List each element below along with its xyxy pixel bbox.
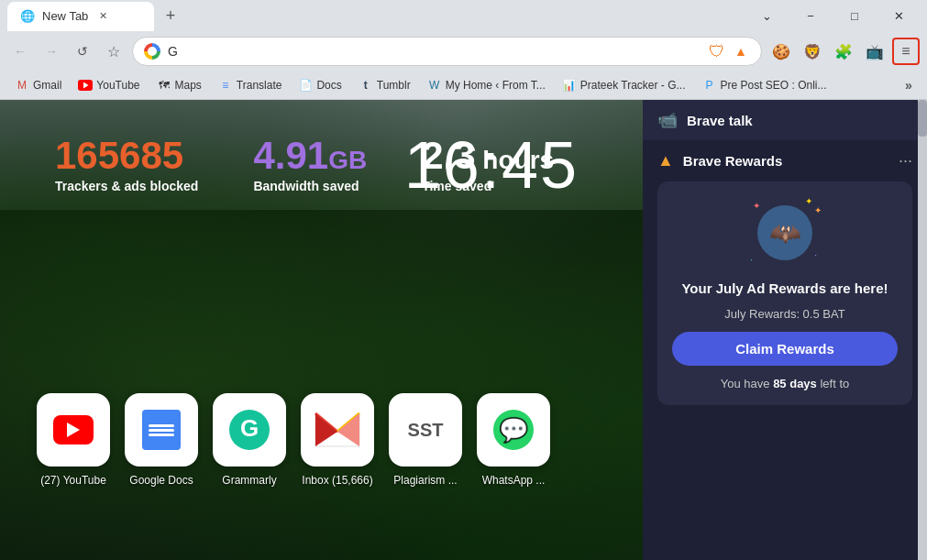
shortcut-label-plagiarism: Plagiarism ... <box>393 474 457 487</box>
forward-button[interactable]: → <box>39 38 64 64</box>
shortcut-whatsapp[interactable]: 💬 WhatsApp ... <box>477 393 550 487</box>
shortcut-icon-youtube <box>37 393 110 467</box>
bookmark-label: Pre Post SEO : Onli... <box>720 79 826 92</box>
bookmark-label: YouTube <box>96 79 139 92</box>
shortcut-icon-gdocs <box>125 393 198 467</box>
rewards-amount: July Rewards: 0.5 BAT <box>724 307 844 321</box>
rewards-header: ▲ Brave Rewards ··· <box>657 151 912 170</box>
scrollbar-thumb[interactable] <box>918 100 927 137</box>
bookmark-gmail[interactable]: M Gmail <box>7 75 69 95</box>
bookmark-maps[interactable]: 🗺 Maps <box>149 75 209 95</box>
tab-close-button[interactable]: ✕ <box>95 9 110 24</box>
bookmark-translate[interactable]: ≡ Translate <box>211 75 290 95</box>
gdocs-line <box>149 424 174 427</box>
bookmark-myhome[interactable]: W My Home ‹ From T... <box>420 75 553 95</box>
sheets-icon: 📊 <box>562 78 577 93</box>
bookmark-prepost[interactable]: P Pre Post SEO : Onli... <box>694 75 833 95</box>
minimize-button2[interactable]: − <box>789 2 832 31</box>
new-tab-button[interactable]: + <box>158 4 183 29</box>
address-icons: 🛡 ▲ <box>708 42 750 60</box>
shortcut-label-gmail: Inbox (15,666) <box>302 474 372 487</box>
main-content: 165685 Trackers & ads blocked 4.91GB Ban… <box>0 100 927 560</box>
rewards-headline: Your July Ad Rewards are here! <box>681 280 888 296</box>
confetti-5: · <box>814 250 817 260</box>
active-tab[interactable]: 🌐 New Tab ✕ <box>7 2 154 31</box>
grammarly-shortcut-icon: G <box>226 407 272 453</box>
brave-talk-label: Brave talk <box>687 113 753 128</box>
reload-button[interactable]: ↺ <box>70 38 95 64</box>
minimize-button[interactable]: ⌄ <box>745 2 788 31</box>
rewards-footer: You have 85 days left to <box>721 377 850 390</box>
youtube-play-icon <box>67 423 80 437</box>
rewards-menu-button[interactable]: ··· <box>899 151 912 170</box>
brave-shield-icon[interactable]: 🛡 <box>708 42 726 60</box>
confetti-2: ✦ <box>805 196 812 206</box>
brave-talk-bar[interactable]: 📹 Brave talk <box>643 100 927 140</box>
rewards-footer-text: You have <box>721 377 770 390</box>
bookmarks-overflow-button[interactable]: » <box>898 74 920 96</box>
cast-icon[interactable]: 📺 <box>861 38 888 65</box>
wordpress-icon: W <box>427 78 442 93</box>
shortcut-icon-plagiarism: SST <box>389 393 462 467</box>
bookmark-youtube[interactable]: YouTube <box>71 75 147 95</box>
maximize-button[interactable]: □ <box>833 2 876 31</box>
shortcut-gdocs[interactable]: Google Docs <box>125 393 198 487</box>
youtube-icon <box>78 78 93 93</box>
tab-title: New Tab <box>42 9 88 23</box>
bandwidth-label: Bandwidth saved <box>253 179 367 193</box>
bookmark-tumblr[interactable]: t Tumblr <box>351 75 418 95</box>
trackers-number: 165685 <box>55 137 198 175</box>
bookmark-button[interactable]: ☆ <box>101 38 127 64</box>
brave-talk-icon: 📹 <box>657 110 678 130</box>
brave-rewards-section: ▲ Brave Rewards ··· 🦇 ✦ ✦ · ✦ · Your Jul… <box>643 140 927 416</box>
rewards-title: Brave Rewards <box>683 153 889 169</box>
bookmark-label: Prateek Tracker - G... <box>580 79 686 92</box>
bandwidth-number: 4.91GB <box>253 137 367 175</box>
whatsapp-shortcut-icon: 💬 <box>493 410 534 450</box>
tumblr-icon: t <box>359 78 373 93</box>
bandwidth-unit: GB <box>328 146 367 174</box>
tab-favicon: 🌐 <box>20 9 35 23</box>
confetti-4: ✦ <box>814 205 822 215</box>
browser-actions: 🍪 🦁 🧩 📺 ≡ <box>767 38 920 65</box>
brave-rewards-icon[interactable]: ▲ <box>732 42 750 60</box>
brave-lion-icon[interactable]: 🦁 <box>799 38 826 65</box>
bandwidth-value: 4.91 <box>253 134 328 177</box>
youtube-shortcut-icon <box>53 415 94 445</box>
bookmark-label: Gmail <box>33 79 61 92</box>
shortcut-label-youtube: (27) YouTube <box>40 474 106 487</box>
gdocs-line <box>149 434 174 436</box>
close-button[interactable]: ✕ <box>877 2 920 31</box>
rewards-illustration: 🦇 ✦ ✦ · ✦ · <box>748 196 822 269</box>
gdocs-shortcut-icon <box>142 410 181 450</box>
maps-icon: 🗺 <box>157 78 171 93</box>
confetti-3: · <box>750 255 753 265</box>
scrollbar[interactable] <box>918 100 927 560</box>
shortcut-plagiarism[interactable]: SST Plagiarism ... <box>389 393 462 487</box>
shortcut-icon-whatsapp: 💬 <box>477 393 550 467</box>
rewards-days: 85 days <box>773 377 817 390</box>
translate-icon: ≡ <box>218 78 233 93</box>
shortcut-grammarly[interactable]: G Grammarly <box>213 393 286 487</box>
bookmark-prateek[interactable]: 📊 Prateek Tracker - G... <box>555 75 693 95</box>
rewards-footer-suffix: left to <box>820 377 849 390</box>
url-input[interactable] <box>168 44 701 59</box>
back-button[interactable]: ← <box>7 38 33 64</box>
menu-button[interactable]: ≡ <box>892 38 920 65</box>
shortcut-gmail[interactable]: Inbox (15,666) <box>301 393 374 487</box>
browser-bar: ← → ↺ ☆ 🛡 ▲ 🍪 🦁 🧩 📺 ≡ <box>0 32 927 71</box>
shortcut-youtube[interactable]: (27) YouTube <box>37 393 110 487</box>
bookmark-docs[interactable]: 📄 Docs <box>291 75 348 95</box>
prepost-icon: P <box>701 78 716 93</box>
rewards-card: 🦇 ✦ ✦ · ✦ · Your July Ad Rewards are her… <box>657 181 912 405</box>
right-panel: 📹 Brave talk ▲ Brave Rewards ··· 🦇 ✦ ✦ ·… <box>643 100 927 560</box>
claim-rewards-button[interactable]: Claim Rewards <box>672 332 898 366</box>
bookmarks-bar: M Gmail YouTube 🗺 Maps ≡ Translate 📄 Doc… <box>0 71 927 100</box>
extensions-icon[interactable]: 🧩 <box>830 38 857 65</box>
address-bar[interactable]: 🛡 ▲ <box>132 37 762 66</box>
shortcut-label-whatsapp: WhatsApp ... <box>482 474 546 487</box>
bookmark-label: Tumblr <box>377 79 411 92</box>
trackers-label: Trackers & ads blocked <box>55 179 198 193</box>
gmail-shortcut-icon <box>314 412 361 448</box>
cookie-icon[interactable]: 🍪 <box>767 38 795 65</box>
